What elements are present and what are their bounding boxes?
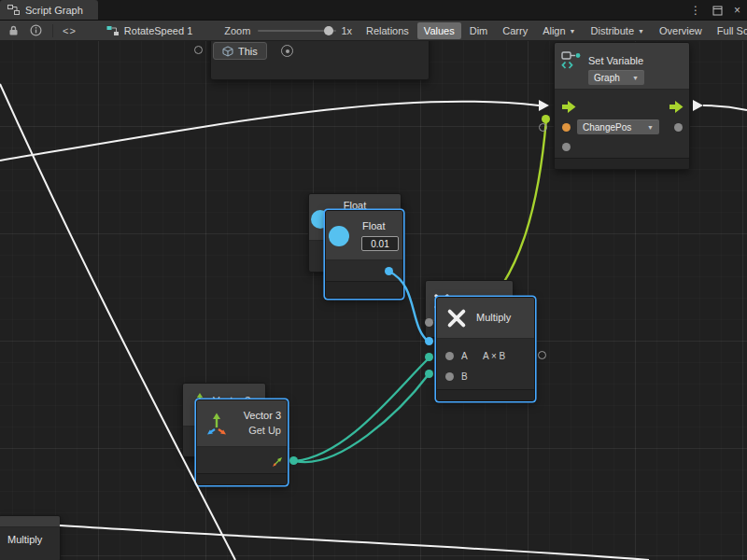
this-label: This (238, 46, 258, 57)
dim-button[interactable]: Dim (463, 22, 495, 39)
input-b-label: B (461, 371, 468, 382)
node-title: Set Variable (588, 55, 643, 66)
node-this[interactable]: This (213, 42, 267, 60)
vector3-get-up-icon (204, 411, 230, 437)
input-b-port[interactable] (445, 372, 454, 381)
set-variable-connected-port[interactable] (542, 115, 550, 123)
node-multiply[interactable]: Multiply A A × B B (436, 297, 535, 401)
node-footer (437, 389, 534, 400)
vector3-output-port[interactable] (289, 456, 298, 465)
this-output-port[interactable] (194, 46, 203, 54)
node-title: Float (309, 194, 401, 211)
chevron-down-icon: ▼ (570, 28, 576, 35)
set-variable-external-port[interactable] (539, 123, 547, 132)
align-button[interactable]: Align▼ (536, 22, 582, 39)
node-footer (555, 158, 689, 169)
lock-icon[interactable] (7, 24, 20, 36)
float-output-port[interactable] (385, 267, 393, 275)
node-title: Multiply (476, 312, 511, 323)
vector3-mini-icon (271, 455, 284, 469)
node-set-variable[interactable]: Set Variable Graph ▼ ChangePos ▼ (554, 42, 690, 170)
multiply-wire-port[interactable] (425, 353, 433, 361)
wire-bottom (60, 525, 649, 560)
tab-label: Script Graph (25, 5, 83, 16)
chevron-down-icon: ▼ (632, 75, 639, 81)
chevron-down-icon: ▼ (638, 28, 644, 35)
graph-toolbar: <> RotateSpeed 1 Zoom 1x Relations Value… (0, 21, 747, 41)
align-label: Align (543, 25, 565, 36)
zoom-value: 1x (341, 25, 352, 36)
layout-icon[interactable] (712, 6, 723, 16)
cube-icon (222, 46, 233, 57)
zoom-label: Zoom (224, 25, 250, 36)
distribute-button[interactable]: Distribute▼ (585, 22, 651, 39)
wire-flow-out-of-set-variable (703, 105, 747, 110)
flow-output-port[interactable] (669, 101, 684, 113)
node-multiply-partial[interactable]: Multiply (0, 515, 61, 560)
zoom-slider-handle[interactable] (324, 26, 333, 35)
node-float[interactable]: Float (325, 210, 403, 299)
script-graph-icon (7, 5, 20, 15)
output-label: A × B (483, 351, 505, 361)
node-header: Float (326, 211, 402, 260)
values-button[interactable]: Values (417, 22, 461, 39)
node-header: Multiply (437, 298, 534, 339)
variable-name-dropdown[interactable]: ChangePos ▼ (577, 119, 659, 134)
node-title: Multiply (7, 534, 42, 545)
toolbar-buttons: Relations Values Dim Carry Align▼ Distri… (359, 21, 747, 41)
chevron-down-icon: ▼ (647, 124, 654, 131)
set-variable-icon (560, 49, 583, 72)
graph-canvas[interactable]: This Set Variable Graph ▼ ChangePos ▼ (0, 41, 747, 560)
tab-script-graph[interactable]: Script Graph (0, 0, 98, 20)
node-subtitle: Get Up (233, 425, 281, 436)
multiply-icon (446, 308, 467, 329)
overview-button[interactable]: Overview (653, 22, 709, 39)
wire-vector3-to-multiply-a (295, 358, 429, 461)
titlebar: Script Graph ⋮ × (0, 0, 747, 21)
info-icon[interactable] (30, 24, 42, 36)
wire-flow-into-set-variable (0, 102, 539, 161)
flow-wire-arrow-in (539, 100, 549, 111)
node-footer (197, 473, 287, 484)
flow-input-port[interactable] (562, 101, 576, 113)
code-icon[interactable]: <> (63, 25, 77, 36)
zoom-slider[interactable] (258, 24, 336, 37)
node-title: Vector 3 (233, 410, 281, 421)
node-vector3[interactable]: Vector 3 Get Up (196, 399, 288, 485)
kebab-menu-icon[interactable]: ⋮ (690, 4, 701, 17)
set-variable-output-port[interactable] (674, 123, 683, 132)
window-controls: ⋮ × (690, 0, 740, 21)
node-header: Set Variable Graph ▼ (555, 43, 689, 90)
graph-asset-icon (106, 25, 120, 36)
object-picker-icon[interactable] (281, 45, 293, 57)
carry-button[interactable]: Carry (496, 22, 534, 39)
float-icon (329, 226, 349, 246)
multiply-input-a-wire-port[interactable] (425, 337, 433, 345)
node-title: Float (362, 220, 385, 231)
distribute-label: Distribute (591, 25, 634, 36)
variable-name-port[interactable] (562, 123, 571, 132)
set-variable-value-port[interactable] (562, 143, 571, 151)
variable-kind-value: Graph (594, 73, 620, 83)
float-value-input[interactable] (361, 236, 399, 251)
variable-kind-dropdown[interactable]: Graph ▼ (588, 70, 644, 85)
wire-left-diagonal (0, 84, 235, 560)
toolbar-separator (52, 24, 53, 37)
node-header: Vector 3 Get Up (197, 400, 287, 447)
multiply-back-input-port[interactable] (425, 318, 433, 327)
multiply-output-port[interactable] (538, 351, 546, 359)
multiply-input-b-wire-port[interactable] (425, 370, 433, 378)
wire-vector3-to-multiply-b (295, 374, 429, 462)
asset-name: RotateSpeed 1 (124, 25, 192, 36)
fullscreen-button[interactable]: Full Screen (711, 22, 747, 39)
flow-wire-arrow-out (693, 100, 703, 111)
variable-name-value: ChangePos (583, 122, 631, 133)
input-a-port[interactable] (445, 352, 454, 360)
relations-button[interactable]: Relations (359, 22, 416, 39)
input-a-label: A (461, 351, 468, 361)
node-footer (326, 281, 402, 298)
node-header (0, 516, 60, 527)
close-icon[interactable]: × (734, 4, 740, 17)
